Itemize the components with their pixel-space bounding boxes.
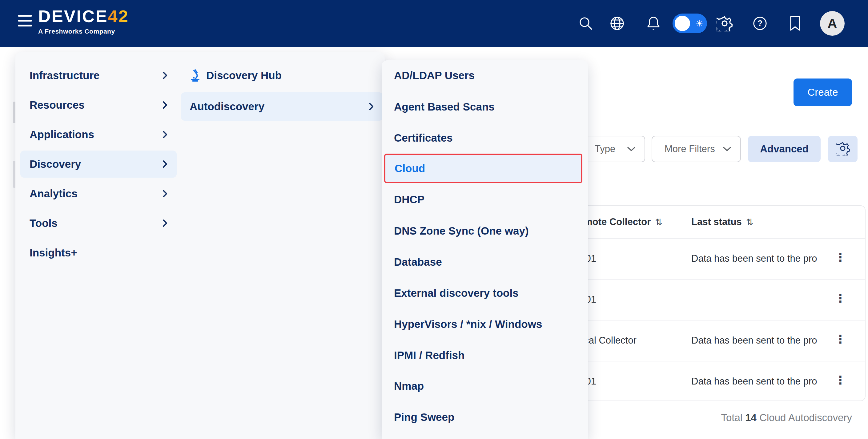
menu-item-agent-based-scans[interactable]: Agent Based Scans <box>389 93 581 121</box>
remote-collector-cell: C01 <box>579 294 680 305</box>
table-total-summary: Total 14 Cloud Autodiscovery <box>585 412 852 424</box>
remote-collector-cell: C01 <box>579 376 680 387</box>
hamburger-menu-icon[interactable] <box>18 15 32 32</box>
menu-item-cloud[interactable]: Cloud <box>385 155 581 182</box>
chevron-right-icon <box>368 102 374 111</box>
globe-icon[interactable] <box>608 14 626 33</box>
device42-logo[interactable]: DEVICE42 A Freshworks Company <box>38 7 129 35</box>
more-filters-label: More Filters <box>664 144 715 155</box>
chevron-right-icon <box>162 189 168 198</box>
menu-item-certificates[interactable]: Certificates <box>389 124 581 152</box>
sort-icon[interactable]: ⇅ <box>746 217 753 227</box>
menu-item-cloud-highlight-box: Cloud <box>384 154 582 183</box>
more-filters-dropdown[interactable]: More Filters <box>652 136 741 162</box>
row-actions-kebab-icon[interactable]: ⋮ <box>831 373 849 387</box>
create-button[interactable]: Create <box>794 79 852 106</box>
discovery-hub-icon <box>190 69 201 82</box>
menu-item-ad-ldap-users[interactable]: AD/LDAP Users <box>389 62 581 89</box>
menu-item-dhcp[interactable]: DHCP <box>389 186 581 213</box>
chevron-down-icon <box>722 144 732 155</box>
chevron-right-icon <box>162 100 168 109</box>
table-settings-button[interactable] <box>828 136 858 162</box>
menu-item-dns-zone-sync[interactable]: DNS Zone Sync (One way) <box>389 217 581 245</box>
gear-icon <box>836 141 850 157</box>
menu-item-database[interactable]: Database <box>389 248 581 276</box>
theme-toggle-switch[interactable]: ☀ <box>673 13 707 33</box>
chevron-right-icon <box>162 159 168 169</box>
chevron-right-icon <box>162 71 168 80</box>
settings-gear-icon[interactable] <box>715 14 734 33</box>
top-navbar: DEVICE42 A Freshworks Company ☀ ? A <box>0 0 868 47</box>
menu-item-hypervisors-nix-windows[interactable]: HyperVisors / *nix / Windows <box>389 310 581 338</box>
autodiscovery-submenu-panel: AD/LDAP Users Agent Based Scans Certific… <box>382 60 588 439</box>
row-actions-kebab-icon[interactable]: ⋮ <box>831 333 849 346</box>
last-status-cell: Data has been sent to the pro <box>691 376 827 387</box>
device42-app: Create Type More Filters Advanced <box>0 0 868 439</box>
row-actions-kebab-icon[interactable]: ⋮ <box>831 251 849 264</box>
user-avatar[interactable]: A <box>820 11 845 36</box>
row-actions-kebab-icon[interactable]: ⋮ <box>831 291 849 305</box>
menu-item-ipmi-redfish[interactable]: IPMI / Redfish <box>389 341 581 369</box>
menu-item-nmap[interactable]: Nmap <box>389 372 581 400</box>
menu-item-discovery[interactable]: Discovery <box>20 151 177 178</box>
menu-item-insights-plus[interactable]: Insights+ <box>20 239 177 266</box>
logo-subtitle: A Freshworks Company <box>38 28 129 35</box>
search-icon[interactable] <box>577 14 595 33</box>
chevron-right-icon <box>162 219 168 228</box>
column-header-last-status: Last status⇅ <box>691 216 753 227</box>
menu-item-analytics[interactable]: Analytics <box>20 180 177 207</box>
last-status-cell: Data has been sent to the pro <box>691 335 827 346</box>
type-filter-label: Type <box>595 144 615 155</box>
menu-item-applications[interactable]: Applications <box>20 121 177 148</box>
sort-icon[interactable]: ⇅ <box>655 217 662 227</box>
help-icon[interactable]: ? <box>751 14 769 33</box>
menu-item-tools[interactable]: Tools <box>20 210 177 237</box>
mega-menu-panel: Infrastructure Resources Applications Di… <box>16 52 385 439</box>
last-status-cell: Data has been sent to the pro <box>691 253 827 264</box>
chevron-right-icon <box>162 130 168 139</box>
toggle-knob <box>675 16 690 31</box>
menu-item-autodiscovery[interactable]: Autodiscovery <box>181 92 383 121</box>
remote-collector-cell: C01 <box>579 253 680 264</box>
bookmark-icon[interactable] <box>786 14 804 33</box>
remote-collector-cell: ocal Collector <box>579 335 680 346</box>
advanced-button[interactable]: Advanced <box>748 136 820 162</box>
column-header-remote-collector: emote Collector⇅ <box>579 216 662 227</box>
menu-item-discovery-hub[interactable]: Discovery Hub <box>185 62 383 89</box>
chevron-down-icon <box>627 144 636 155</box>
menu-item-resources[interactable]: Resources <box>20 91 177 119</box>
total-count: 14 <box>745 412 756 423</box>
menu-item-infrastructure[interactable]: Infrastructure <box>20 62 177 89</box>
notifications-bell-icon[interactable] <box>644 14 663 33</box>
sun-icon: ☀ <box>692 13 707 33</box>
menu-item-ping-sweep[interactable]: Ping Sweep <box>389 403 581 431</box>
menu-item-external-discovery-tools[interactable]: External discovery tools <box>389 279 581 307</box>
